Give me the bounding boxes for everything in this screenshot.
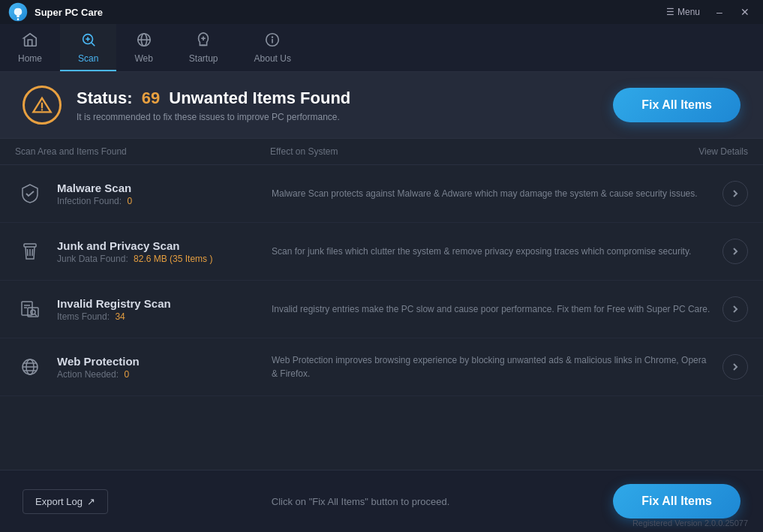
export-log-button[interactable]: Export Log ↗ (23, 489, 108, 514)
webprotection-count: Action Needed: 0 (57, 369, 260, 380)
scan-item-malware[interactable]: Malware Scan Infection Found: 0 Malware … (0, 165, 763, 223)
startup-icon (195, 32, 212, 50)
nav-label-scan: Scan (78, 53, 98, 64)
webprotection-effect: Web Protection improves browsing experie… (272, 353, 710, 380)
col-header-area: Scan Area and Items Found (15, 146, 270, 157)
status-text-block: Status: 69 Unwanted Items Found It is re… (77, 88, 598, 123)
registry-name: Invalid Registry Scan (57, 297, 260, 310)
malware-name: Malware Scan (57, 182, 260, 194)
title-bar-controls: ☰ Menu – ✕ (662, 4, 755, 20)
title-bar: Super PC Care ☰ Menu – ✕ (0, 0, 763, 24)
junk-arrow[interactable] (722, 239, 748, 264)
scan-item-webprotection[interactable]: Web Protection Action Needed: 0 Web Prot… (0, 338, 763, 396)
junk-name: Junk and Privacy Scan (57, 239, 260, 252)
malware-icon (15, 179, 45, 209)
nav-label-startup: Startup (189, 53, 218, 64)
footer: Export Log ↗ Click on "Fix All Items" bu… (0, 470, 763, 532)
registry-info: Invalid Registry Scan Items Found: 34 (57, 297, 260, 322)
scan-icon (80, 32, 97, 50)
junk-info: Junk and Privacy Scan Junk Data Found: 8… (57, 239, 260, 264)
col-header-view: View Details (658, 146, 748, 157)
home-icon (22, 32, 38, 50)
nav-item-home[interactable]: Home (0, 24, 60, 71)
webprotection-arrow[interactable] (722, 354, 748, 380)
malware-info: Malware Scan Infection Found: 0 (57, 182, 260, 206)
svg-rect-17 (24, 244, 36, 247)
junk-effect: Scan for junk files which clutter the sy… (272, 245, 710, 258)
minimize-button[interactable]: – (709, 4, 730, 20)
title-bar-left: Super PC Care (8, 2, 103, 23)
scan-list: Malware Scan Infection Found: 0 Malware … (0, 165, 763, 396)
status-suffix: Unwanted Items Found (169, 89, 350, 107)
hamburger-icon: ☰ (666, 7, 674, 17)
webprotection-info: Web Protection Action Needed: 0 (57, 355, 260, 380)
malware-effect: Malware Scan protects against Malware & … (272, 187, 710, 200)
nav-label-web: Web (134, 53, 152, 64)
scan-item-registry[interactable]: Invalid Registry Scan Items Found: 34 In… (0, 281, 763, 338)
fix-all-button-bottom[interactable]: Fix All Items (613, 484, 740, 518)
version-text: Registered Version 2.0.0.25077 (632, 518, 748, 527)
fix-all-button-top[interactable]: Fix All Items (613, 88, 740, 122)
app-title: Super PC Care (35, 7, 103, 18)
registry-icon (15, 294, 45, 324)
info-icon (264, 32, 281, 50)
status-banner: Status: 69 Unwanted Items Found It is re… (0, 72, 763, 139)
svg-line-20 (32, 249, 33, 256)
app-logo (8, 2, 29, 23)
webprotection-name: Web Protection (57, 355, 260, 368)
svg-line-3 (92, 43, 95, 46)
menu-button[interactable]: ☰ Menu (662, 5, 704, 19)
status-prefix: Status: (77, 89, 133, 107)
webprotection-icon (15, 352, 45, 382)
nav-item-about[interactable]: About Us (236, 24, 309, 71)
nav-label-about: About Us (254, 53, 291, 64)
scan-item-junk[interactable]: Junk and Privacy Scan Junk Data Found: 8… (0, 223, 763, 281)
table-header: Scan Area and Items Found Effect on Syst… (0, 139, 763, 165)
malware-arrow[interactable] (722, 181, 748, 206)
nav-bar: Home Scan Web (0, 24, 763, 72)
export-label: Export Log (35, 496, 83, 507)
svg-point-1 (17, 18, 20, 20)
svg-line-26 (35, 314, 37, 316)
footer-message: Click on "Fix All Items" button to proce… (123, 496, 598, 507)
registry-count: Items Found: 34 (57, 311, 260, 322)
malware-count: Infection Found: 0 (57, 196, 260, 206)
nav-item-startup[interactable]: Startup (171, 24, 236, 71)
status-icon-wrapper (23, 86, 62, 125)
nav-item-web[interactable]: Web (116, 24, 170, 71)
warning-icon (32, 95, 53, 116)
web-icon (136, 32, 152, 50)
nav-label-home: Home (18, 53, 42, 64)
junk-icon (15, 236, 45, 266)
svg-line-19 (28, 249, 29, 256)
status-title: Status: 69 Unwanted Items Found (77, 88, 598, 110)
junk-count: Junk Data Found: 82.6 MB (35 Items ) (57, 254, 260, 264)
registry-arrow[interactable] (722, 296, 748, 322)
nav-item-scan[interactable]: Scan (60, 24, 116, 71)
close-button[interactable]: ✕ (734, 4, 755, 20)
svg-point-16 (41, 109, 43, 110)
status-subtitle: It is recommended to fix these issues to… (77, 112, 598, 122)
status-count: 69 (142, 89, 160, 107)
export-icon: ↗ (87, 496, 95, 507)
col-header-effect: Effect on System (270, 146, 658, 157)
registry-effect: Invalid registry entries make the PC slo… (272, 302, 710, 316)
